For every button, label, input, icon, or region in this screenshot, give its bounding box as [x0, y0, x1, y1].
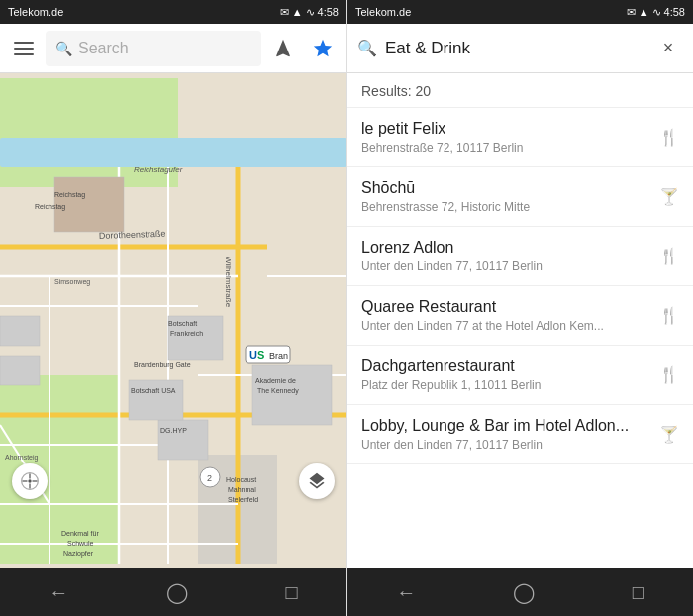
back-button-right[interactable]: ← — [396, 581, 416, 604]
nav-bar-left: ← ◯ □ — [0, 568, 346, 616]
results-list: le petit Felix Behrenstraße 72, 10117 Be… — [347, 108, 693, 568]
result-info-4: Dachgartenrestaurant Platz der Republik … — [361, 358, 651, 392]
restaurant-icon-4: 🍴 — [659, 365, 679, 384]
left-panel: Telekom.de ✉ ▲ ∿ 4:58 🔍 Search — [0, 0, 346, 616]
search-icon-left: 🔍 — [55, 41, 72, 56]
bar-icon-1: 🍸 — [659, 187, 679, 206]
result-address-5: Unter den Linden 77, 10117 Berlin — [361, 438, 651, 452]
svg-text:Akademie de: Akademie de — [255, 377, 296, 384]
svg-rect-22 — [252, 365, 332, 425]
result-item-5[interactable]: Lobby, Lounge & Bar im Hotel Adlon... Un… — [347, 405, 693, 464]
map-area[interactable]: US Bran 2 Reichstagufer Reichstag Reichs… — [0, 73, 346, 568]
result-info-5: Lobby, Lounge & Bar im Hotel Adlon... Un… — [361, 417, 651, 452]
menu-bar-2 — [14, 48, 34, 50]
result-info-0: le petit Felix Behrenstraße 72, 10117 Be… — [361, 120, 651, 154]
svg-text:Brandenburg Gate: Brandenburg Gate — [134, 361, 191, 369]
result-name-3: Quaree Restaurant — [361, 298, 651, 316]
result-item-0[interactable]: le petit Felix Behrenstraße 72, 10117 Be… — [347, 108, 693, 167]
mail-icon: ✉ — [280, 6, 289, 19]
status-bar-left: Telekom.de ✉ ▲ ∿ 4:58 — [0, 0, 346, 24]
result-name-4: Dachgartenrestaurant — [361, 358, 651, 375]
svg-text:Wilhelmstraße: Wilhelmstraße — [224, 257, 233, 308]
restaurant-icon-0: 🍴 — [659, 128, 679, 147]
svg-rect-21 — [158, 420, 208, 460]
svg-text:Reichstagufer: Reichstagufer — [134, 165, 183, 174]
result-address-1: Behrenstrasse 72, Historic Mitte — [361, 200, 651, 214]
svg-text:Botschaft USA: Botschaft USA — [131, 387, 176, 394]
result-item-2[interactable]: Lorenz Adlon Unter den Linden 77, 10117 … — [347, 227, 693, 286]
result-address-4: Platz der Republik 1, 11011 Berlin — [361, 378, 651, 392]
svg-point-55 — [28, 479, 31, 482]
result-item-4[interactable]: Dachgartenrestaurant Platz der Republik … — [347, 346, 693, 405]
svg-text:Ahornsteig: Ahornsteig — [5, 454, 39, 462]
carrier-left: Telekom.de — [8, 6, 63, 18]
result-info-1: Shōchū Behrenstrasse 72, Historic Mitte — [361, 179, 651, 214]
search-field-left[interactable]: 🔍 Search — [46, 31, 261, 66]
svg-rect-4 — [0, 138, 346, 167]
svg-text:Mahnmal: Mahnmal — [228, 486, 256, 493]
recent-button-right[interactable]: □ — [633, 581, 644, 604]
status-icons-left: ✉ ▲ ∿ 4:58 — [280, 6, 339, 19]
menu-button[interactable] — [6, 31, 42, 66]
back-button-left[interactable]: ← — [49, 581, 68, 604]
result-name-5: Lobby, Lounge & Bar im Hotel Adlon... — [361, 417, 651, 435]
svg-text:Schwule: Schwule — [67, 540, 94, 547]
home-button-right[interactable]: ◯ — [513, 580, 535, 604]
result-address-3: Unter den Linden 77 at the Hotel Adlon K… — [361, 319, 651, 333]
svg-text:US: US — [249, 349, 264, 360]
result-info-2: Lorenz Adlon Unter den Linden 77, 10117 … — [361, 239, 651, 273]
svg-rect-25 — [0, 356, 40, 385]
layers-button[interactable] — [299, 463, 335, 499]
result-item-1[interactable]: Shōchū Behrenstrasse 72, Historic Mitte … — [347, 167, 693, 227]
search-icon-right: 🔍 — [357, 39, 377, 57]
svg-text:Reichstag: Reichstag — [54, 191, 85, 199]
search-query: Eat & Drink — [385, 39, 645, 58]
right-panel: Telekom.de ✉ ▲ ∿ 4:58 🔍 Eat & Drink × Re… — [346, 0, 693, 616]
nav-bar-right: ← ◯ □ — [347, 568, 693, 616]
svg-text:Frankreich: Frankreich — [170, 330, 203, 337]
result-item-3[interactable]: Quaree Restaurant Unter den Linden 77 at… — [347, 286, 693, 346]
close-button[interactable]: × — [653, 34, 683, 63]
svg-text:Denkmal für: Denkmal für — [61, 530, 99, 537]
svg-text:2: 2 — [207, 473, 212, 483]
home-button-left[interactable]: ◯ — [166, 580, 188, 604]
result-info-3: Quaree Restaurant Unter den Linden 77 at… — [361, 298, 651, 333]
svg-text:The Kennedy: The Kennedy — [257, 387, 299, 395]
mail-icon-right: ✉ — [627, 6, 636, 19]
result-name-2: Lorenz Adlon — [361, 239, 651, 257]
time-left: 4:58 — [318, 6, 339, 18]
star-button[interactable] — [305, 31, 341, 66]
svg-rect-23 — [129, 380, 183, 420]
signal-icon-right: ▲ — [639, 6, 649, 18]
result-address-0: Behrenstraße 72, 10117 Berlin — [361, 141, 651, 154]
navigation-button[interactable] — [265, 31, 301, 66]
wifi-icon: ∿ — [306, 6, 315, 19]
svg-text:Naziopfer: Naziopfer — [63, 550, 94, 558]
recent-button-left[interactable]: □ — [286, 581, 298, 604]
restaurant-icon-2: 🍴 — [659, 247, 679, 265]
carrier-right: Telekom.de — [355, 6, 411, 18]
results-count: Results: 20 — [347, 73, 693, 108]
search-bar-right: 🔍 Eat & Drink × — [347, 24, 693, 73]
compass-button[interactable] — [12, 463, 48, 499]
search-bar-left: 🔍 Search — [0, 24, 346, 73]
svg-text:Simsonweg: Simsonweg — [54, 278, 90, 286]
signal-icon: ▲ — [292, 6, 303, 18]
result-name-0: le petit Felix — [361, 120, 651, 138]
time-right: 4:58 — [664, 6, 685, 18]
svg-text:Reichstag: Reichstag — [35, 203, 65, 211]
restaurant-icon-3: 🍴 — [659, 306, 679, 325]
svg-rect-24 — [0, 316, 40, 346]
svg-text:Botschaft: Botschaft — [168, 320, 197, 327]
svg-text:DG.HYP: DG.HYP — [160, 427, 187, 434]
search-placeholder-left: Search — [78, 40, 129, 57]
wifi-icon-right: ∿ — [652, 6, 661, 19]
svg-text:Bran: Bran — [269, 351, 288, 360]
status-bar-right: Telekom.de ✉ ▲ ∿ 4:58 — [347, 0, 693, 24]
menu-bar-1 — [14, 42, 34, 44]
bar-icon-5: 🍸 — [659, 425, 679, 444]
result-name-1: Shōchū — [361, 179, 651, 197]
menu-bar-3 — [14, 53, 34, 55]
svg-text:Holocaust: Holocaust — [226, 476, 256, 483]
svg-text:Stelenfeld: Stelenfeld — [228, 496, 258, 503]
